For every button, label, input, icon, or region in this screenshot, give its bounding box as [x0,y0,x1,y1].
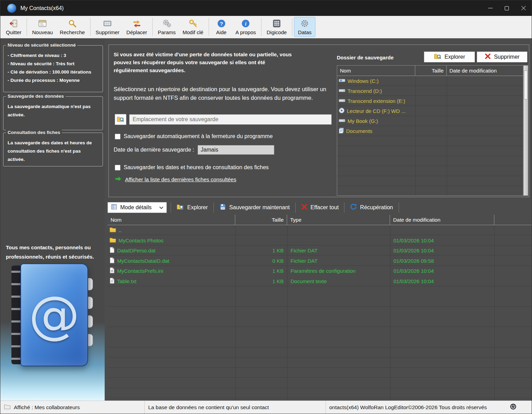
toolbar-supprimer-button[interactable]: Supprimer [92,17,123,37]
file-row-prefs[interactable]: MyContactsPrefs.ini 1 KB Paramètres de c… [107,266,532,276]
files-table: Nom Taille Type Date de modification .. [107,215,532,401]
toolbar-recherche-button[interactable]: Recherche [56,17,88,37]
last-backup-row: Date de la dernière sauvegarde : Jamais [114,145,274,155]
power-button[interactable] [507,401,519,414]
file-row-photos-folder[interactable]: MyContacts Photos 01/03/2026 10:04 [107,235,532,246]
gears-icon [162,19,171,28]
scrollbar-thumb[interactable] [524,70,528,99]
drives-table-body: Windows (C:) Transcend (D:) Transcend ex… [337,76,523,195]
file-icon [110,257,115,264]
browse-button[interactable] [115,114,126,125]
minimize-button[interactable] [482,0,498,16]
backup-path-input[interactable] [129,114,332,125]
last-backup-value: Jamais [198,145,274,155]
toolbar-a-propos-button[interactable]: i A propos [232,17,259,37]
drive-icon [339,88,345,94]
backup-folder-title: Dossier de sauvegarde [337,55,393,60]
files-table-header: Nom Taille Type Date de modification [107,215,532,225]
drive-row-cd-f[interactable]: Lecteur de CD (F:) WD ... [337,106,415,116]
toolbar-nouveau-button[interactable]: Nouveau [29,17,56,37]
checkbox-icon [115,134,121,139]
toolbar-separator [209,18,209,36]
close-icon [521,6,526,11]
red-x-icon [485,53,491,61]
drive-row-transcend-d[interactable]: Transcend (D:) [337,86,415,96]
minimize-icon [488,8,493,8]
main-area: Si vous avez été victime d'une perte de … [105,38,532,401]
keypad-icon [272,19,281,28]
file-row-table-txt[interactable]: Table.txt 1 KB Document texte 01/03/2026… [107,276,532,287]
status-copyright-segment: ontacts(x64) WolfoRan LogEditor©2006-202… [326,401,507,414]
backup-instructions-text: Sélectionnez un répertoire de destinatio… [114,85,328,102]
toolbar-modif-cle-button[interactable]: Modif clé [179,17,207,37]
toolbar-params-button[interactable]: Params [154,17,179,37]
groupbox-title: Niveau de sécurité sélectionné [6,42,77,48]
security-level-groupbox: Niveau de sécurité sélectionné - Chiffre… [3,45,103,92]
green-arrow-icon [115,176,122,183]
auto-backup-checkbox[interactable]: Sauvegarder automatiquement à la fermetu… [115,133,273,139]
recovery-button[interactable]: Récupération [348,202,395,213]
column-header-date[interactable]: Date de modification [390,215,494,225]
show-consulted-fiches-link[interactable]: Afficher la liste des dernières fiches c… [125,176,236,183]
titlebar: My Contacts(x64) [0,0,532,16]
recovery-arrows-icon [350,203,357,212]
toolbar-separator [90,18,91,36]
close-button[interactable] [515,0,532,16]
save-now-button[interactable]: Sauvegarder maintenant [218,202,292,213]
drive-row-my-book-g[interactable]: My Book (G:) [337,116,415,126]
windows-drive-icon [339,78,345,84]
red-x-icon [301,204,307,211]
delete-backup-button[interactable]: Supprimer [477,51,528,62]
groupbox-title: Consultation des fiches [6,130,62,135]
clear-all-button[interactable]: Effacer tout [300,202,341,213]
security-item: - Chiffrement de niveau : 3 [8,51,99,60]
status-displayed-segment: Affiché : Mes collaborateurs [0,401,144,414]
toolbar-separator [213,202,214,213]
help-icon: ? [217,19,226,28]
drives-scrollbar[interactable] [523,65,528,196]
app-icon [7,4,16,13]
drive-row-transcend-e[interactable]: Transcend extension (E:) [337,96,415,106]
book-cover: @ [20,263,88,366]
checkbox-icon [115,165,121,171]
sidebar: Niveau de sécurité sélectionné - Chiffre… [0,38,105,401]
column-header-type[interactable]: Type [287,215,390,225]
drive-row-windows-c[interactable]: Windows (C:) [337,76,415,86]
toolbar-separator [171,202,171,213]
floppy-icon [219,203,226,212]
consultation-status-text: La sauvegarde des dates et heures de con… [3,133,103,166]
files-explorer-button[interactable]: Explorer [175,202,210,213]
file-text-icon [110,278,115,285]
main-toolbar: Quitter Nouveau Recherche Supprimer Dépl… [0,16,532,38]
file-row-dataid[interactable]: MyContactsDataID.dat 0 KB Fichier DAT 01… [107,256,532,266]
files-toolbar: Mode détails Explorer Sauvegarder mainte… [107,201,399,214]
toolbar-aide-button[interactable]: ? Aide [211,17,232,37]
toolbar-datas-button[interactable]: Datas [294,17,315,37]
file-row-dataidperso[interactable]: DataIDPerso.dat 1 KB Fichier DAT 01/03/2… [107,245,532,256]
column-header-taille[interactable]: Taille [415,66,447,76]
file-row-parent[interactable]: .. [107,225,532,235]
explorer-button[interactable]: Explorer [424,51,475,62]
app-window: My Contacts(x64) Quitter Nouveau Recherc… [0,0,532,414]
maximize-button[interactable] [498,0,515,16]
drive-row-documents[interactable]: Documents [337,126,415,136]
gear-icon [300,19,309,28]
backup-status-text: La sauvegarde automatique n'est pas acti… [3,97,103,122]
toolbar-separator [295,202,296,213]
column-header-nom[interactable]: Nom [337,66,415,76]
toolbar-quitter-button[interactable]: Quitter [2,17,25,37]
consultation-dates-checkbox[interactable]: Sauvegarder les dates et heures de consu… [115,164,269,171]
window-controls [482,0,532,16]
column-header-date[interactable]: Date de modification [447,66,523,76]
view-mode-dropdown[interactable]: Mode détails [107,202,167,213]
folder-search-icon [434,53,441,61]
toolbar-deplacer-button[interactable]: Déplacer [123,17,151,37]
cd-drive-icon [339,107,345,115]
toolbar-separator [261,18,262,36]
column-header-nom[interactable]: Nom [107,215,235,225]
folder-search-icon [117,116,124,124]
column-header-taille[interactable]: Taille [235,215,287,225]
status-folder-icon [4,404,11,411]
toolbar-separator [152,18,153,36]
toolbar-digicode-button[interactable]: Digicode [263,17,290,37]
